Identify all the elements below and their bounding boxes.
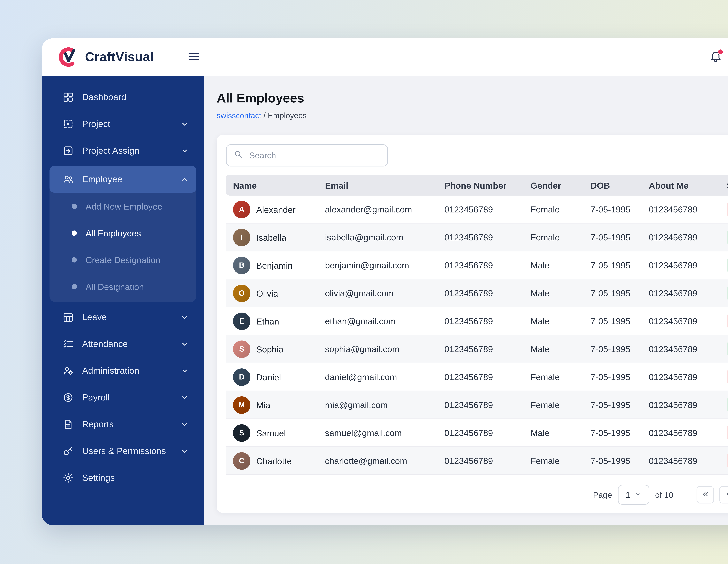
employee-avatar: M	[233, 396, 250, 413]
prev-page-button[interactable]	[719, 486, 728, 503]
sidebar-subitem-add-new-employee[interactable]: Add New Employee	[50, 193, 196, 220]
employee-email: samuel@gmail.com	[319, 419, 439, 447]
employee-about: 0123456789	[643, 391, 721, 419]
notifications-button[interactable]	[708, 50, 724, 65]
sidebar-item-label: Leave	[82, 312, 107, 322]
status-badge: Inactive	[727, 202, 728, 217]
employee-avatar: I	[233, 229, 250, 246]
bullet-dot-icon	[72, 230, 77, 236]
employee-gender: Male	[525, 335, 585, 363]
employee-name: Olivia	[256, 288, 278, 298]
sidebar-subitem-all-employees[interactable]: All Employees	[50, 220, 196, 246]
sidebar-item-project-assign[interactable]: Project Assign	[50, 137, 196, 164]
double-chevron-left-icon	[701, 490, 709, 500]
column-header-email: Email	[319, 175, 439, 196]
employee-name: Alexander	[256, 204, 296, 214]
employee-name: Mia	[256, 400, 270, 410]
employee-about: 0123456789	[643, 335, 721, 363]
bullet-dot-icon	[72, 257, 77, 262]
sidebar-item-project[interactable]: Project	[50, 111, 196, 137]
breadcrumb-current: Employees	[268, 111, 307, 120]
breadcrumb: swisscontact / Employees	[217, 111, 307, 120]
brand-name: CraftVisual	[85, 50, 154, 65]
employee-avatar: S	[233, 340, 250, 358]
sidebar-item-payroll[interactable]: Payroll	[50, 384, 196, 411]
employee-email: benjamin@gmail.com	[319, 251, 439, 279]
users-permissions-icon	[62, 445, 74, 457]
sidebar-subitem-all-designation[interactable]: All Designation	[50, 273, 196, 300]
employee-phone: 0123456789	[439, 223, 525, 251]
breadcrumb-link[interactable]: swisscontact	[217, 111, 261, 120]
employee-gender: Female	[525, 223, 585, 251]
sidebar-subitem-label: All Designation	[86, 282, 144, 291]
employee-gender: Male	[525, 307, 585, 335]
sidebar-item-administration[interactable]: Administration	[50, 357, 196, 384]
page-size-select[interactable]: 1	[618, 485, 649, 505]
chevron-up-icon	[180, 175, 189, 184]
page-label: Page	[593, 490, 612, 499]
status-badge: Active	[727, 257, 728, 273]
status-badge: Active	[727, 341, 728, 357]
desktop-background: CraftVisual TA Tomal Ahmed	[0, 0, 728, 564]
employee-about: 0123456789	[643, 196, 721, 223]
chevron-down-icon	[180, 420, 189, 429]
sidebar-subitem-create-designation[interactable]: Create Designation	[50, 246, 196, 273]
menu-toggle-button[interactable]	[185, 48, 203, 66]
status-badge: Inactive	[727, 453, 728, 468]
table-row: OOlivia olivia@gmail.com 0123456789 Male…	[226, 279, 728, 307]
employee-avatar: B	[233, 257, 250, 274]
page-header: All Employees swisscontact / Employees A…	[217, 91, 728, 120]
project-icon	[62, 118, 74, 130]
column-header-gender: Gender	[525, 175, 585, 196]
chevron-down-icon	[180, 393, 189, 402]
table-row: SSophia sophia@gmail.com 0123456789 Male…	[226, 335, 728, 363]
pagination-nav: 123	[697, 486, 728, 503]
employee-avatar: C	[233, 452, 250, 469]
page-select-value: 1	[626, 490, 630, 499]
employee-dob: 7-05-1995	[585, 196, 643, 223]
sidebar-item-employee[interactable]: Employee	[50, 166, 196, 193]
employee-email: sophia@gmail.com	[319, 335, 439, 363]
employee-avatar: S	[233, 424, 250, 441]
chevron-down-icon	[180, 312, 189, 322]
attendance-icon	[62, 338, 74, 350]
reports-icon	[62, 418, 74, 430]
employee-phone: 0123456789	[439, 279, 525, 307]
search-input[interactable]	[248, 150, 380, 161]
employee-gender: Female	[525, 363, 585, 391]
sidebar-item-dashboard[interactable]: Dashboard	[50, 84, 196, 111]
employee-name: Samuel	[256, 428, 286, 438]
sidebar-item-label: Project Assign	[82, 146, 139, 156]
sidebar-item-attendance[interactable]: Attendance	[50, 330, 196, 357]
employee-dob: 7-05-1995	[585, 447, 643, 475]
search-icon	[234, 150, 243, 161]
employee-name: Charlotte	[256, 456, 292, 466]
employee-about: 0123456789	[643, 223, 721, 251]
employee-gender: Male	[525, 251, 585, 279]
sidebar-item-reports[interactable]: Reports	[50, 411, 196, 438]
employee-dob: 7-05-1995	[585, 223, 643, 251]
employee-dob: 7-05-1995	[585, 251, 643, 279]
sidebar-item-label: Payroll	[82, 392, 110, 403]
employee-phone: 0123456789	[439, 335, 525, 363]
chevron-down-icon	[180, 339, 189, 349]
sidebar-item-settings[interactable]: Settings	[50, 464, 196, 491]
column-header-name: Name	[226, 175, 319, 196]
employee-about: 0123456789	[643, 307, 721, 335]
topbar: CraftVisual TA Tomal Ahmed	[42, 38, 728, 76]
table-row: DDaniel daniel@gmail.com 0123456789 Fema…	[226, 363, 728, 391]
employee-email: olivia@gmail.com	[319, 279, 439, 307]
sidebar-item-users-permissions[interactable]: Users & Permissions	[50, 438, 196, 464]
search-box	[226, 144, 388, 167]
sidebar-item-label: Reports	[82, 419, 114, 429]
employee-email: charlotte@gmail.com	[319, 447, 439, 475]
main-content: All Employees swisscontact / Employees A…	[204, 76, 728, 525]
sidebar-item-label: Project	[82, 119, 110, 129]
employee-phone: 0123456789	[439, 447, 525, 475]
status-badge: Inactive	[727, 369, 728, 385]
employee-gender: Female	[525, 196, 585, 223]
topbar-actions: TA Tomal Ahmed Admin	[708, 45, 728, 69]
table-row: SSamuel samuel@gmail.com 0123456789 Male…	[226, 419, 728, 447]
first-page-button[interactable]	[697, 486, 714, 503]
sidebar-item-leave[interactable]: Leave	[50, 304, 196, 330]
